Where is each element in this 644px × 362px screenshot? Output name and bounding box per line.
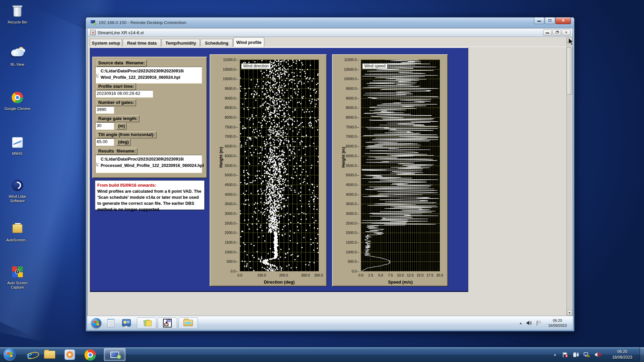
tilt-angle-label: Tilt angle (from horizontal): [97,131,156,138]
number-of-gates-field[interactable]: 3990 [95,106,114,114]
action-center-flag-icon[interactable] [536,320,541,326]
profile-start-time-field[interactable]: 20230916 06:00:29.62 [95,90,153,98]
show-hidden-icons-arrow[interactable]: ▲ [553,353,556,356]
volume-muted-icon[interactable] [594,352,601,358]
y-tick-label: 7000.0 [333,134,359,138]
rdp-minimize-button[interactable]: ▬ [534,17,544,24]
desktop-icon-bl-view[interactable]: BL-View [2,46,33,67]
host-clock[interactable]: 06:20 16/09/2023 [609,349,636,360]
y-tick-label: 3500.0 [333,202,359,206]
wind-speed-plot-area: Wind speed [361,60,440,271]
profile-start-time-label: Profile start time: [97,83,136,90]
y-tick-label: 6500.0 [212,144,238,148]
desktop-icon-wind-lidar-software[interactable]: Wind Lidar Software [2,178,33,203]
show-hidden-icons-arrow[interactable]: ▲ [519,321,522,325]
taskbar-windows-explorer[interactable] [44,348,56,361]
wind-speed-canvas [361,60,440,271]
desktop-icon-label: AutoScreen... [2,238,33,242]
bl-view-icon [10,46,25,61]
x-tick-label: 300.0 [298,273,313,277]
y-tick-label: 1000.0 [212,250,238,254]
scroll-down-arrow-icon[interactable]: ▼ [567,310,572,315]
wind-direction-plot-area: Wind direction [240,60,319,271]
x-tick-label: 20.0 [432,273,447,277]
y-tick-label: 500.0 [333,259,359,263]
y-tick-label: 8000.0 [212,115,238,119]
wind-lidar-icon [10,178,25,193]
vi-file-icon [90,30,96,35]
remote-notepad-icon[interactable] [106,318,116,328]
results-filename-field[interactable]: C:\Lidar\Data\Proc\2023\202309\20230916\… [95,155,202,173]
range-gate-length-field[interactable]: 30 [95,122,114,130]
desktop-icon-label: Wind Lidar Software [2,194,33,203]
desktop-icon-auto-screen-capture[interactable]: Auto Screen Capture [2,264,33,289]
desktop-icon-recycle-bin[interactable]: Recycle Bin [2,3,33,24]
vi-minimize-button[interactable]: ▬ [543,29,552,36]
auto-screen-capture-icon [10,264,25,280]
y-tick-label: 6500.0 [333,144,359,148]
windows-flag-icon [94,321,99,325]
x-axis-label: Speed (m/s) [361,280,440,285]
remote-start-button[interactable] [91,318,101,328]
rdp-window-title: 192.168.0.150 - Remote Desktop Connectio… [99,20,186,25]
vi-vertical-scrollbar[interactable]: ▲ ▼ [567,38,572,315]
y-tick-label: 6000.0 [212,154,238,158]
y-tick-label: 10000.0 [333,77,359,81]
tilt-angle-field[interactable]: 65.00 [95,138,114,146]
x-axis-label: Direction (deg) [240,280,319,285]
remote-taskbar-button-sticky-notes[interactable] [137,317,156,329]
y-tick-label: 5000.0 [333,173,359,177]
autoscreen-icon [10,221,25,237]
speaker-icon[interactable] [526,320,532,325]
rdp-maximize-button[interactable] [545,17,555,24]
network-warning-icon[interactable] [583,352,590,358]
vi-titlebar[interactable]: StreamLine XR v14-6.vi ▬ ✕ [88,28,573,37]
taskbar-media-player[interactable] [64,348,76,361]
remote-control-panel-icon[interactable] [121,318,131,328]
y-tick-label: 2500.0 [212,221,238,225]
vi-close-button[interactable]: ✕ [562,29,571,36]
desktop-icon-mw41[interactable]: MW41 [2,135,33,156]
scrollbar-thumb[interactable] [567,48,572,95]
vi-restore-button[interactable] [552,29,561,36]
taskbar-chrome[interactable] [84,348,96,361]
y-tick-label: 10500.0 [333,67,359,71]
front-panel: Source data filename: C:\Lidar\Data\Proc… [90,47,468,292]
y-tick-label: 4500.0 [333,183,359,187]
action-center-flag-error-icon[interactable] [562,352,569,358]
path-type-icon [96,73,99,79]
tab-temp-humidity[interactable]: Temp/humidity [162,39,200,47]
y-tick-label: 9500.0 [212,86,238,90]
x-tick-label: 360.0 [311,273,326,277]
y-tick-label: 3500.0 [212,202,238,206]
remote-taskbar-button-explorer[interactable] [178,317,198,329]
y-tick-label: 7500.0 [333,125,359,129]
tab-wind-profile[interactable]: Wind profile [233,37,264,47]
power-plugged-icon[interactable] [573,352,579,358]
taskbar-rdp-active-button[interactable]: ⤬ [104,348,125,361]
y-tick-label: 3000.0 [333,212,359,216]
x-tick-label: 200.0 [276,273,291,277]
tab-real-time-data[interactable]: Real time data [123,39,161,47]
desktop-icon-autoscreen[interactable]: AutoScreen... [2,221,33,242]
remote-taskbar-button-streamline-xr[interactable]: XR [158,317,177,329]
tab-system-setup[interactable]: System setup [90,39,122,47]
labview-xr-icon: XR [163,319,172,327]
y-tick-label: 8500.0 [333,106,359,110]
source-filename-field[interactable]: C:\Lidar\Data\Proc\2023\202309\20230916\… [95,67,202,83]
results-filename-label: Results filename: [97,148,137,155]
taskbar-internet-explorer[interactable]: e [23,348,36,361]
y-tick-label: 6000.0 [333,154,359,158]
rdp-titlebar[interactable]: 192.168.0.150 - Remote Desktop Connectio… [86,17,574,28]
remote-clock[interactable]: 06:20 16/09/2023 [545,318,570,328]
start-button[interactable] [3,348,16,361]
show-desktop-button[interactable] [640,347,644,362]
y-tick-label: 2500.0 [333,221,359,225]
rdp-close-button[interactable]: ✕ [555,17,571,24]
rdp-computer-icon [90,20,96,25]
desktop-icon-google-chrome[interactable]: Google Chrome [2,90,33,111]
tab-scheduling[interactable]: Scheduling [201,39,233,47]
remote-tray: ▲ 06:20 16/09/2023 [519,318,573,328]
y-tick-label: 0.0 [333,269,359,273]
y-tick-label: 10000.0 [212,77,238,81]
